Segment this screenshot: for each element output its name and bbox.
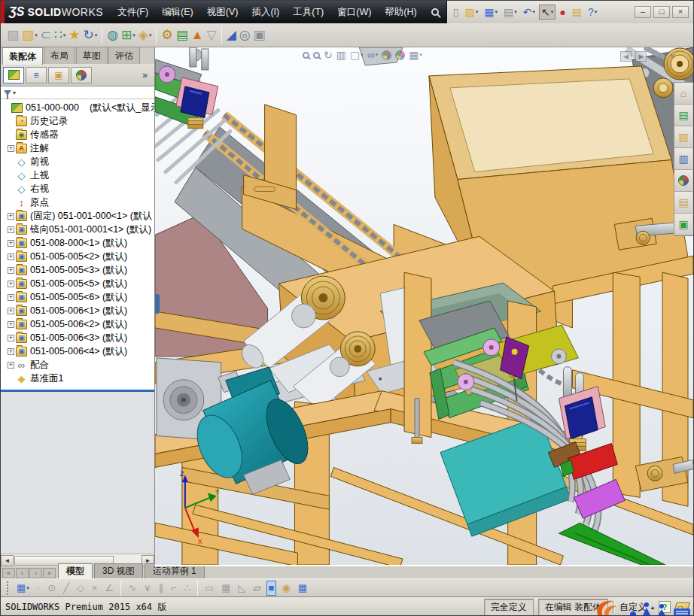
- tree-root-row[interactable]: 051-000-000(默认<默认_显示状: [3, 101, 154, 114]
- hide-show-items-button[interactable]: ∞▾: [367, 49, 379, 61]
- displaymanager-tab[interactable]: [71, 67, 92, 83]
- tree-item-component[interactable]: +▣051-005-005<6> (默认): [3, 290, 154, 304]
- restore-doc-button[interactable]: □: [660, 50, 666, 62]
- expand-icon[interactable]: +: [8, 308, 14, 314]
- tab-nav-next-button[interactable]: ›: [29, 568, 42, 578]
- custom-properties-button[interactable]: ▤: [674, 192, 692, 214]
- save-animation-button[interactable]: ▦▾: [14, 581, 32, 596]
- explode-line-sketch-button[interactable]: ▽: [207, 27, 217, 44]
- tree-item-annotations[interactable]: +A注解: [3, 141, 154, 155]
- file-explorer-button[interactable]: ▥: [674, 148, 692, 170]
- save-button[interactable]: ▦▾: [482, 5, 500, 20]
- tree-item-plane[interactable]: ◇前视: [3, 155, 154, 168]
- parallel-relation-button[interactable]: ∥: [157, 581, 166, 596]
- undo-button[interactable]: ↶▾: [521, 5, 537, 20]
- reference-geometry-button[interactable]: ◈▾: [138, 27, 152, 44]
- scroll-left-icon[interactable]: ◄: [1, 555, 14, 566]
- shaded-display-button[interactable]: ■: [266, 581, 277, 596]
- image-capture-button[interactable]: ▣: [254, 27, 266, 44]
- trim-entities-button[interactable]: ×: [90, 581, 100, 596]
- sketch-line-button[interactable]: ╱: [61, 581, 72, 596]
- measure-button[interactable]: ◉: [279, 581, 292, 596]
- tree-item-plane[interactable]: ◇右视: [3, 182, 154, 196]
- expand-icon[interactable]: +: [8, 213, 14, 220]
- menu-item[interactable]: 文件(F): [111, 6, 155, 19]
- view-settings-button[interactable]: ▦▾: [409, 49, 422, 61]
- rotate-component-button[interactable]: ↻▾: [83, 27, 97, 44]
- solidworks-resources-button[interactable]: ▤: [674, 105, 692, 126]
- appearances-scenes-button[interactable]: [674, 170, 692, 192]
- apply-scene-button[interactable]: [395, 50, 405, 60]
- rotate-view-button[interactable]: ↻: [324, 49, 333, 61]
- new-document-button[interactable]: ▯: [451, 5, 461, 20]
- smart-fasteners-button[interactable]: ★: [68, 27, 80, 44]
- expand-icon[interactable]: +: [8, 335, 14, 341]
- tree-item-mates[interactable]: +∞配合: [3, 358, 154, 372]
- select-tool-button[interactable]: ↖▾: [539, 5, 556, 20]
- document-tab[interactable]: 3D 视图: [94, 563, 143, 578]
- sketch-points-button[interactable]: ∴: [182, 581, 193, 596]
- open-document-dropdown-icon[interactable]: ▾: [476, 9, 479, 15]
- menu-item[interactable]: 窗口(W): [330, 6, 378, 19]
- new-motion-study-button[interactable]: ⚙: [161, 27, 172, 44]
- show-hidden-components-button[interactable]: ◍: [107, 27, 118, 44]
- panel-splitter-grip[interactable]: [155, 294, 160, 314]
- edit-appearance-button[interactable]: [382, 50, 391, 60]
- zoom-to-fit-button[interactable]: [303, 52, 309, 59]
- open-part-button[interactable]: ▨▾: [22, 27, 38, 44]
- tree-item-component[interactable]: +▣051-005-005<3> (默认): [3, 263, 154, 277]
- expand-icon[interactable]: +: [8, 145, 14, 152]
- draft-angle-button[interactable]: ◺: [236, 581, 248, 596]
- undo-dropdown-icon[interactable]: ▾: [532, 9, 535, 15]
- assembly-features-button[interactable]: ⊞▾: [121, 27, 135, 44]
- tree-item-component[interactable]: +▣051-005-006<2> (默认): [3, 317, 154, 331]
- zoom-to-area-button[interactable]: [313, 52, 320, 59]
- tree-item-origin[interactable]: ↕原点: [3, 196, 154, 209]
- section-tool-button[interactable]: ▭: [202, 581, 216, 596]
- expand-icon[interactable]: +: [8, 226, 14, 233]
- help-dropdown-icon[interactable]: ▾: [595, 9, 598, 15]
- hide-show-items-dropdown-icon[interactable]: ▾: [376, 52, 379, 58]
- tab-nav-first-button[interactable]: «: [2, 568, 15, 578]
- sketch-circle-button[interactable]: ⊙: [45, 581, 58, 596]
- expand-icon[interactable]: +: [8, 294, 14, 301]
- open-document-button[interactable]: ▨▾: [462, 5, 480, 20]
- sketch-polygon-button[interactable]: ◇: [75, 581, 87, 596]
- tree-item-component[interactable]: +▣051-005-006<3> (默认): [3, 331, 154, 344]
- expand-icon[interactable]: +: [8, 253, 14, 260]
- expand-icon[interactable]: +: [8, 348, 14, 355]
- minimize-doc-button[interactable]: ‒: [650, 50, 656, 62]
- tree-item-plane[interactable]: ◇上视: [3, 168, 154, 182]
- section-view-button[interactable]: ▥: [336, 49, 346, 61]
- view-settings-dropdown-icon[interactable]: ▾: [419, 52, 422, 58]
- spline-button[interactable]: ∿: [126, 581, 138, 596]
- expand-icon[interactable]: +: [8, 240, 14, 247]
- select-tool-dropdown-icon[interactable]: ▾: [551, 9, 554, 15]
- tree-item-component[interactable]: +▣(固定) 051-001-000<1> (默认: [3, 209, 154, 223]
- commandmanager-tab[interactable]: 草图: [76, 47, 108, 64]
- featuremanager-tab[interactable]: [3, 67, 24, 83]
- configurationmanager-tab[interactable]: ▣: [48, 67, 69, 83]
- graphics-area[interactable]: Z Y X ↻▥▢▾∞▾▦▾ ◄►‒□× ⌂▤▨▥▤▣: [155, 47, 693, 566]
- tree-item-history[interactable]: ◔历史记录: [3, 114, 154, 128]
- linear-component-pattern-dropdown-icon[interactable]: ▾: [63, 32, 66, 38]
- simulation-advisor-button[interactable]: ◎: [239, 27, 251, 44]
- tree-item-component[interactable]: +▣051-005-006<1> (默认): [3, 304, 154, 317]
- smart-dimension-button[interactable]: ∠: [102, 581, 116, 596]
- file-properties-button[interactable]: ▤: [570, 5, 584, 20]
- mate-button[interactable]: ⊂: [41, 27, 51, 44]
- tree-item-component[interactable]: +▣051-005-005<2> (默认): [3, 250, 154, 263]
- tree-item-datum[interactable]: ◆基准面1: [3, 372, 154, 385]
- reference-geometry-dropdown-icon[interactable]: ▾: [149, 32, 152, 38]
- commandmanager-tab[interactable]: 评估: [108, 47, 140, 64]
- pane-overflow-icon[interactable]: »: [142, 70, 152, 80]
- expand-icon[interactable]: +: [8, 362, 14, 369]
- sketch-fillet-button[interactable]: ∨: [142, 581, 154, 596]
- maximize-button[interactable]: □: [653, 6, 670, 18]
- tree-item-component[interactable]: +▣051-005-005<5> (默认): [3, 277, 154, 290]
- wireframe-display-button[interactable]: ▱: [251, 581, 263, 596]
- tree-item-component[interactable]: +▣镜向051-001-0001<1> (默认): [3, 223, 154, 236]
- commandmanager-tab[interactable]: 装配体: [2, 47, 43, 65]
- insert-component-button[interactable]: ▧: [7, 27, 19, 44]
- tab-nav-prev-button[interactable]: ‹: [16, 568, 29, 578]
